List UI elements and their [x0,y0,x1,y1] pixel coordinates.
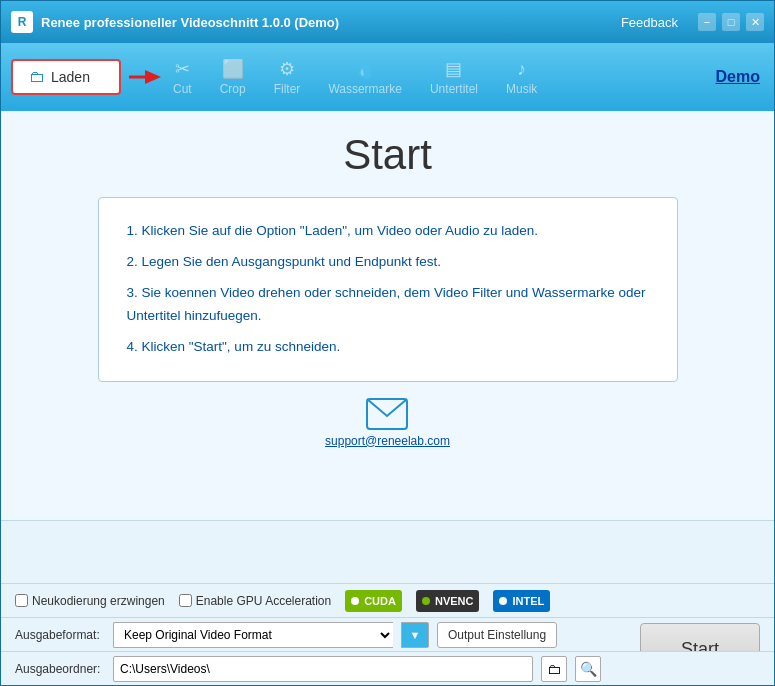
nav-item-watermark[interactable]: 💧 Wassermarke [316,54,414,100]
toolbar: 🗀 Laden ✂ Cut ⬜ Crop ⚙ F [1,43,774,111]
bottom-bar2: Ausgabeformat: Keep Original Video Forma… [1,617,774,651]
cuda-badge: CUDA [345,590,402,612]
main-content: Start 1. Klicken Sie auf die Option "Lad… [1,111,774,521]
cut-icon: ✂ [175,58,190,80]
gpu-input[interactable] [179,594,192,607]
nvenc-badge: NVENC [416,590,480,612]
search-button[interactable]: 🔍 [575,656,601,682]
nav-label-music: Musik [506,82,537,96]
cuda-dot [351,597,359,605]
bottom-bar3: Ausgabeordner: 🗀 🔍 [1,651,774,685]
load-label: Laden [51,69,90,85]
nav-label-crop: Crop [220,82,246,96]
maximize-button[interactable]: □ [722,13,740,31]
nav-label-watermark: Wassermarke [328,82,402,96]
neukodierung-label: Neukodierung erzwingen [32,594,165,608]
path-input[interactable] [113,656,533,682]
nav-item-music[interactable]: ♪ Musik [494,55,549,100]
instructions-box: 1. Klicken Sie auf die Option "Laden", u… [98,197,678,382]
output-settings-button[interactable]: Output Einstellung [437,622,557,648]
support-area: support@reneelab.com [325,398,450,448]
bottom-section: Neukodierung erzwingen Enable GPU Accele… [1,583,774,685]
titlebar: R Renee professioneller Videoschnitt 1.0… [1,1,774,43]
nav-label-cut: Cut [173,82,192,96]
intel-label: INTEL [512,595,544,607]
intel-circle [499,597,507,605]
instruction-2: 2. Legen Sie den Ausgangspunkt und Endpu… [127,251,649,274]
svg-marker-1 [145,70,161,84]
arrow-indicator [127,66,163,88]
crop-icon: ⬜ [222,58,244,80]
intel-badge: INTEL [493,590,550,612]
window-controls: − □ ✕ [698,13,764,31]
nvenc-label: NVENC [435,595,474,607]
demo-link[interactable]: Demo [716,68,760,86]
watermark-icon: 💧 [354,58,376,80]
feedback-button[interactable]: Feedback [621,15,678,30]
format-select[interactable]: Keep Original Video Format [113,622,393,648]
instruction-1: 1. Klicken Sie auf die Option "Laden", u… [127,220,649,243]
close-button[interactable]: ✕ [746,13,764,31]
nav-label-filter: Filter [274,82,301,96]
gpu-checkbox[interactable]: Enable GPU Acceleration [179,594,331,608]
folder-icon: 🗀 [29,68,45,86]
nav-item-subtitle[interactable]: ▤ Untertitel [418,54,490,100]
email-icon [366,398,408,430]
browse-folder-button[interactable]: 🗀 [541,656,567,682]
neukodierung-checkbox[interactable]: Neukodierung erzwingen [15,594,165,608]
nav-item-filter[interactable]: ⚙ Filter [262,54,313,100]
neukodierung-input[interactable] [15,594,28,607]
ausgabeordner-label: Ausgabeordner: [15,662,105,676]
nav-item-cut[interactable]: ✂ Cut [161,54,204,100]
nav-label-subtitle: Untertitel [430,82,478,96]
nav-item-crop[interactable]: ⬜ Crop [208,54,258,100]
music-icon: ♪ [517,59,526,80]
load-button[interactable]: 🗀 Laden [11,59,121,95]
cuda-label: CUDA [364,595,396,607]
support-email-link[interactable]: support@reneelab.com [325,434,450,448]
gpu-label: Enable GPU Acceleration [196,594,331,608]
ausgabeformat-label: Ausgabeformat: [15,628,105,642]
bottom-bar1: Neukodierung erzwingen Enable GPU Accele… [1,583,774,617]
minimize-button[interactable]: − [698,13,716,31]
start-title: Start [343,131,432,179]
format-dropdown-arrow[interactable]: ▼ [401,622,429,648]
instruction-4: 4. Klicken "Start", um zu schneiden. [127,336,649,359]
instruction-3: 3. Sie koennen Video drehen oder schneid… [127,282,649,328]
app-title: Renee professioneller Videoschnitt 1.0.0… [41,15,621,30]
filter-icon: ⚙ [279,58,295,80]
load-button-container: 🗀 Laden [11,59,121,95]
nav-items: ✂ Cut ⬜ Crop ⚙ Filter 💧 Wassermarke ▤ Un… [161,54,549,100]
nvenc-dot [422,597,430,605]
subtitle-icon: ▤ [445,58,462,80]
app-icon: R [11,11,33,33]
